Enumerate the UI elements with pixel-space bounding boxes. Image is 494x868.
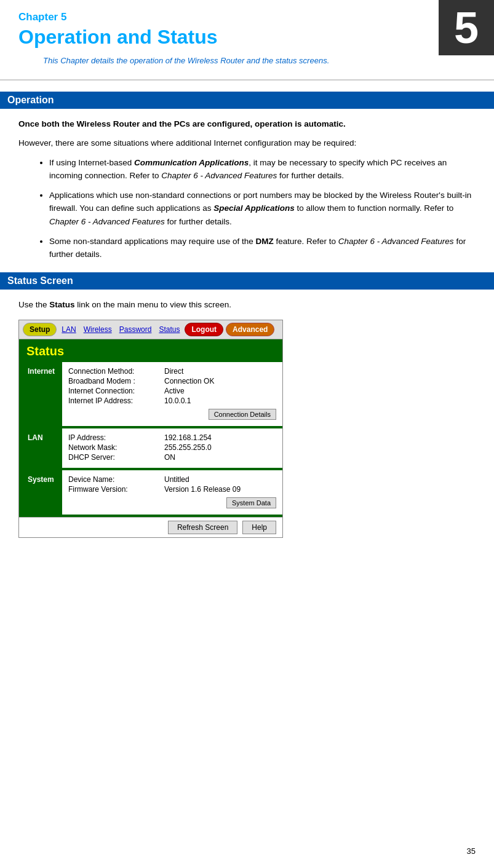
page-title: Operation and Status — [18, 26, 476, 49]
device-name-key: Device Name: — [68, 475, 161, 484]
chapter-number-box: 5 — [439, 0, 494, 55]
operation-body: Once both the Wireless Router and the PC… — [0, 117, 494, 261]
bullet-1: If using Internet-based Communication Ap… — [49, 156, 476, 183]
status-panel: Status Internet Connection Method: Direc… — [19, 339, 282, 537]
status-screen-section-heading: Status Screen — [0, 272, 494, 290]
inet-ip-val: 10.0.0.1 — [164, 397, 191, 405]
lan-row-2: Network Mask: 255.255.255.0 — [68, 443, 276, 452]
bullet-2: Applications which use non-standard conn… — [49, 189, 476, 229]
inet-ip-key: Internet IP Address: — [68, 397, 161, 405]
conn-method-key: Connection Method: — [68, 367, 161, 376]
inet-conn-val: Active — [164, 387, 185, 395]
special-apps: Special Applications — [213, 203, 295, 213]
refresh-screen-button[interactable]: Refresh Screen — [168, 521, 237, 534]
ch6-ref-1: Chapter 6 - Advanced Features — [161, 171, 277, 180]
lan-row: LAN IP Address: 192.168.1.254 Network Ma… — [19, 428, 282, 468]
inet-conn-key: Internet Connection: — [68, 387, 161, 395]
system-label: System — [19, 470, 62, 515]
system-row: System Device Name: Untitled Firmware Ve… — [19, 470, 282, 515]
dhcp-key: DHCP Server: — [68, 453, 161, 462]
status-panel-title: Status — [19, 339, 282, 362]
wireless-link[interactable]: Wireless — [81, 325, 114, 334]
lan-label: LAN — [19, 428, 62, 468]
status-screen-intro: Use the Status link on the main menu to … — [0, 298, 494, 312]
page-header: Chapter 5 Operation and Status 5 This Ch… — [0, 0, 494, 81]
internet-data: Connection Method: Direct Broadband Mode… — [62, 362, 282, 426]
status-footer: Refresh Screen Help — [19, 517, 282, 537]
broadband-val: Connection OK — [164, 377, 214, 385]
advanced-button[interactable]: Advanced — [226, 323, 274, 336]
internet-row-1: Connection Method: Direct — [68, 367, 276, 376]
status-link[interactable]: Status — [156, 325, 182, 334]
dhcp-val: ON — [164, 453, 175, 462]
system-row-1: Device Name: Untitled — [68, 475, 276, 484]
router-status-screenshot: Setup LAN Wireless Password Status Logou… — [18, 320, 283, 538]
operation-para1: However, there are some situations where… — [18, 136, 476, 150]
lan-link[interactable]: LAN — [59, 325, 78, 334]
operation-section-heading: Operation — [0, 92, 494, 109]
lan-row-1: IP Address: 192.168.1.254 — [68, 433, 276, 442]
net-mask-val: 255.255.255.0 — [164, 443, 212, 452]
ch6-ref-3: Chapter 6 - Advanced Features — [338, 237, 454, 246]
internet-label: Internet — [19, 362, 62, 426]
broadband-key: Broadband Modem : — [68, 377, 161, 385]
internet-row-2: Broadband Modem : Connection OK — [68, 377, 276, 385]
comm-apps: Communication Applications — [134, 158, 249, 167]
page-number: 35 — [467, 846, 476, 856]
internet-row-4: Internet IP Address: 10.0.0.1 — [68, 397, 276, 405]
lan-row-3: DHCP Server: ON — [68, 453, 276, 462]
ch6-ref-2: Chapter 6 - Advanced Features — [49, 217, 165, 226]
help-button[interactable]: Help — [242, 521, 276, 534]
internet-row: Internet Connection Method: Direct Broad… — [19, 362, 282, 426]
logout-button[interactable]: Logout — [185, 323, 223, 336]
setup-button[interactable]: Setup — [23, 323, 57, 336]
internet-row-3: Internet Connection: Active — [68, 387, 276, 395]
password-link[interactable]: Password — [117, 325, 154, 334]
ip-addr-val: 192.168.1.254 — [164, 433, 212, 442]
system-row-2: Firmware Version: Version 1.6 Release 09 — [68, 485, 276, 494]
router-navbar: Setup LAN Wireless Password Status Logou… — [19, 320, 282, 339]
status-link-label: Status — [49, 300, 74, 309]
lan-data: IP Address: 192.168.1.254 Network Mask: … — [62, 428, 282, 468]
device-name-val: Untitled — [164, 475, 189, 484]
bullet-3: Some non-standard applications may requi… — [49, 235, 476, 261]
system-data-button[interactable]: System Data — [226, 497, 276, 508]
status-table: Internet Connection Method: Direct Broad… — [19, 362, 282, 517]
chapter-label: Chapter 5 — [18, 11, 476, 23]
chapter-intro: This Chapter details the operation of th… — [43, 55, 476, 67]
firmware-key: Firmware Version: — [68, 485, 161, 494]
ip-addr-key: IP Address: — [68, 433, 161, 442]
connection-details-button[interactable]: Connection Details — [209, 409, 276, 420]
net-mask-key: Network Mask: — [68, 443, 161, 452]
firmware-val: Version 1.6 Release 09 — [164, 485, 241, 494]
dmz-feature: DMZ — [255, 237, 273, 246]
system-data: Device Name: Untitled Firmware Version: … — [62, 470, 282, 515]
conn-method-val: Direct — [164, 367, 183, 376]
operation-bold-intro: Once both the Wireless Router and the PC… — [18, 119, 346, 128]
operation-bullets: If using Internet-based Communication Ap… — [49, 156, 476, 261]
